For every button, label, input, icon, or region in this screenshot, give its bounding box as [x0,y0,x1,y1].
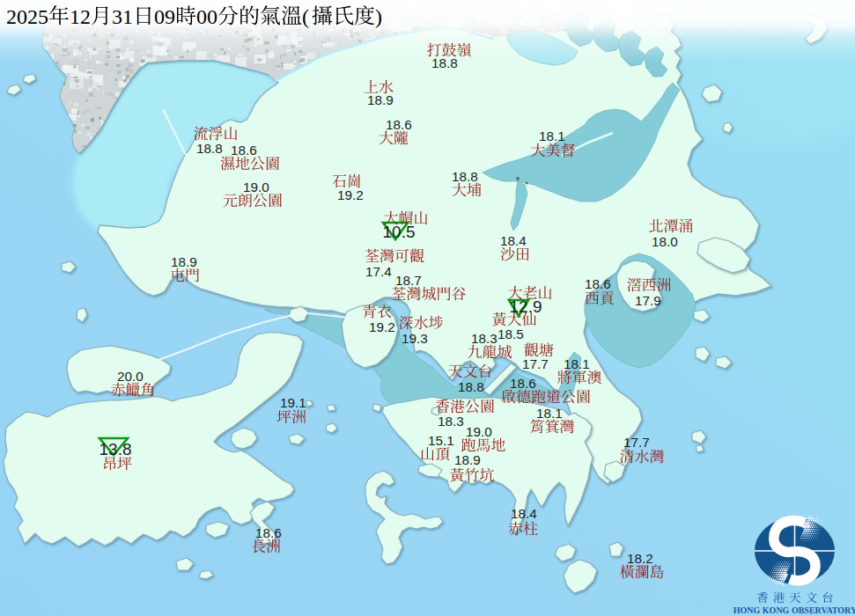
svg-text:18.1: 18.1 [564,356,590,371]
svg-text:18.4: 18.4 [511,506,537,521]
svg-text:18.8: 18.8 [452,169,478,184]
svg-text:19.2: 19.2 [369,319,395,334]
svg-text:17.7: 17.7 [623,435,650,450]
svg-text:10.5: 10.5 [383,223,416,241]
svg-text:18.9: 18.9 [454,452,481,467]
svg-text:18.6: 18.6 [255,525,282,540]
svg-text:19.1: 19.1 [280,395,306,410]
svg-text:09: 09 [154,5,175,28]
svg-text:19.0: 19.0 [466,424,492,439]
svg-text:18.4: 18.4 [500,233,527,248]
svg-text:18.8: 18.8 [431,55,458,70]
svg-text:15.1: 15.1 [428,433,454,448]
svg-text:HONG KONG OBSERVATORY: HONG KONG OBSERVATORY [733,605,855,615]
svg-text:18.0: 18.0 [652,234,678,249]
svg-text:2025: 2025 [6,5,48,28]
svg-text:12: 12 [70,5,91,28]
svg-text:18.9: 18.9 [171,254,197,269]
svg-text:17.7: 17.7 [522,356,549,371]
svg-text:18.7: 18.7 [395,273,422,288]
svg-text:(: ( [302,5,309,28]
svg-text:18.3: 18.3 [438,414,464,429]
svg-text:31: 31 [112,5,133,28]
svg-text:18.2: 18.2 [627,551,653,566]
svg-text:20.0: 20.0 [117,369,144,384]
svg-text:18.6: 18.6 [585,276,611,291]
svg-text:18.6: 18.6 [231,143,257,158]
svg-text:18.8: 18.8 [196,141,223,156]
svg-text:13.8: 13.8 [100,440,132,458]
svg-text:19.2: 19.2 [337,187,364,202]
svg-text:19.0: 19.0 [243,180,269,194]
svg-text:): ) [375,5,382,28]
svg-text:17.4: 17.4 [365,264,392,279]
svg-text:18.8: 18.8 [458,379,484,394]
svg-text:18.5: 18.5 [498,326,524,341]
svg-text:00: 00 [196,5,217,28]
svg-text:18.1: 18.1 [536,406,563,421]
svg-text:18.6: 18.6 [386,117,412,132]
svg-text:18.6: 18.6 [510,376,536,391]
svg-text:18.9: 18.9 [367,92,394,107]
svg-text:18.3: 18.3 [471,331,498,346]
svg-text:19.3: 19.3 [402,331,428,346]
svg-text:17.9: 17.9 [635,293,661,308]
svg-text:18.1: 18.1 [539,128,565,143]
